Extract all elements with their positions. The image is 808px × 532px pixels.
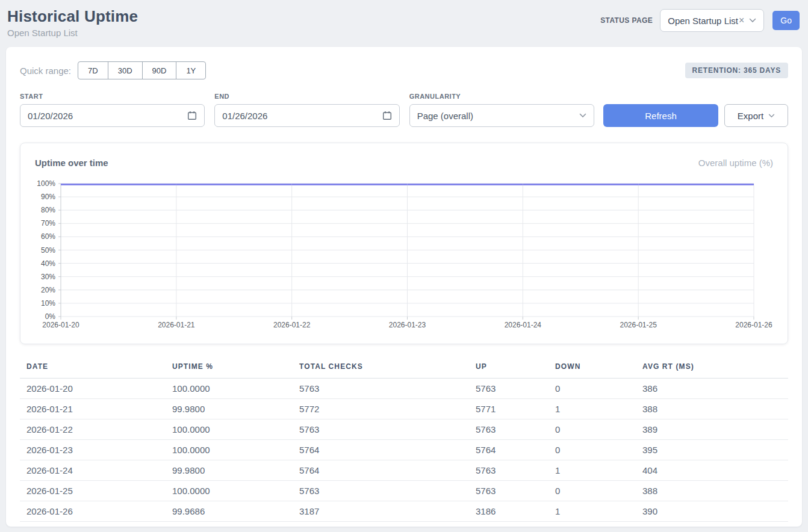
start-date-input[interactable]: 01/20/2026 <box>20 104 205 127</box>
table-cell: 100.0000 <box>166 379 293 399</box>
table-cell: 5764 <box>293 460 469 481</box>
x-tick-label: 2026-01-25 <box>620 321 656 329</box>
table-cell: 2026-01-24 <box>20 460 166 481</box>
end-label: END <box>214 93 399 100</box>
chart-title: Uptime over time <box>35 158 108 168</box>
table-cell: 1 <box>549 501 636 522</box>
y-tick-label: 40% <box>41 259 55 268</box>
table-cell: 99.9686 <box>166 501 293 522</box>
table-row: 2026-01-25100.0000576357630388 <box>20 481 788 501</box>
table-cell: 5763 <box>293 481 469 501</box>
table-cell: 2026-01-21 <box>20 399 166 419</box>
table-row: 2026-01-20100.0000576357630386 <box>20 379 788 399</box>
table-cell: 3186 <box>469 501 549 522</box>
table-cell: 5763 <box>469 379 549 399</box>
table-row: 2026-01-23100.0000576457640395 <box>20 440 788 460</box>
table-cell: 2026-01-25 <box>20 481 166 501</box>
table-cell: 2026-01-26 <box>20 501 166 522</box>
column-header: UPTIME % <box>166 359 293 379</box>
y-tick-label: 90% <box>41 193 55 201</box>
table-row: 2026-01-2199.9800577257711388 <box>20 399 788 419</box>
start-date-value: 01/20/2026 <box>28 111 73 121</box>
y-tick-label: 10% <box>41 299 55 308</box>
table-cell: 388 <box>636 481 788 501</box>
quick-range-90d-button[interactable]: 90D <box>142 61 177 79</box>
table-cell: 5771 <box>469 399 549 419</box>
granularity-select[interactable]: Page (overall) <box>409 104 594 127</box>
column-header: DOWN <box>549 359 636 379</box>
table-cell: 99.9800 <box>166 460 293 481</box>
quick-range-30d-button[interactable]: 30D <box>108 61 143 79</box>
export-button[interactable]: Export <box>724 104 788 127</box>
table-cell: 2026-01-22 <box>20 419 166 440</box>
go-button[interactable]: Go <box>772 11 800 30</box>
calendar-icon[interactable] <box>187 111 197 120</box>
calendar-icon[interactable] <box>382 111 392 120</box>
table-row: 2026-01-2499.9800576457631404 <box>20 460 788 481</box>
table-cell: 390 <box>636 501 788 522</box>
end-date-input[interactable]: 01/26/2026 <box>214 104 399 127</box>
table-cell: 389 <box>636 419 788 440</box>
x-tick-label: 2026-01-22 <box>273 321 310 329</box>
table-cell: 99.9800 <box>166 399 293 419</box>
chart-plot <box>61 184 754 317</box>
table-row: 2026-01-22100.0000576357630389 <box>20 419 788 440</box>
retention-badge: RETENTION: 365 DAYS <box>685 63 788 78</box>
start-label: START <box>20 93 205 100</box>
y-tick-label: 0% <box>45 312 55 321</box>
quick-range-group: 7D30D90D1Y <box>78 61 206 79</box>
x-tick-label: 2026-01-20 <box>42 321 79 329</box>
table-row: 2026-01-2699.9686318731861390 <box>20 501 788 522</box>
filters-row: START 01/20/2026 END 01/26/2026 GRANULAR… <box>20 93 788 127</box>
table-cell: 388 <box>636 399 788 419</box>
x-tick-label: 2026-01-21 <box>158 321 194 329</box>
table-cell: 100.0000 <box>166 419 293 440</box>
table-cell: 0 <box>549 419 636 440</box>
table-cell: 0 <box>549 440 636 460</box>
quick-range-row: Quick range: 7D30D90D1Y RETENTION: 365 D… <box>20 61 788 79</box>
status-page-select[interactable]: Open Startup List × <box>660 9 764 32</box>
table-cell: 5763 <box>293 419 469 440</box>
x-tick-label: 2026-01-23 <box>389 321 426 329</box>
table-cell: 395 <box>636 440 788 460</box>
granularity-value: Page (overall) <box>417 111 473 121</box>
uptime-table: DATEUPTIME %TOTAL CHECKSUPDOWNAVG RT (MS… <box>20 359 788 522</box>
page-title: Historical Uptime <box>7 7 138 26</box>
status-page-value: Open Startup List <box>668 16 738 26</box>
table-body: 2026-01-20100.00005763576303862026-01-21… <box>20 379 788 522</box>
y-tick-label: 100% <box>37 179 55 188</box>
refresh-button[interactable]: Refresh <box>603 104 718 127</box>
table-cell: 5763 <box>469 419 549 440</box>
chart-legend: Overall uptime (%) <box>698 158 773 168</box>
page-subtitle: Open Startup List <box>7 28 138 38</box>
table-cell: 5764 <box>469 440 549 460</box>
x-tick-label: 2026-01-26 <box>735 321 772 329</box>
quick-range-7d-button[interactable]: 7D <box>78 61 108 79</box>
y-tick-label: 80% <box>41 206 55 214</box>
main-panel: Quick range: 7D30D90D1Y RETENTION: 365 D… <box>6 47 802 527</box>
quick-range-1y-button[interactable]: 1Y <box>176 61 206 79</box>
table-cell: 5764 <box>293 440 469 460</box>
table-cell: 386 <box>636 379 788 399</box>
chart-card: Uptime over time Overall uptime (%) 100%… <box>20 143 788 344</box>
x-tick-label: 2026-01-24 <box>505 321 541 329</box>
table-cell: 1 <box>549 460 636 481</box>
start-date-field: START 01/20/2026 <box>20 93 205 127</box>
table-cell: 404 <box>636 460 788 481</box>
end-date-value: 01/26/2026 <box>222 111 267 121</box>
column-header: DATE <box>20 359 166 379</box>
chart-x-axis: 2026-01-202026-01-212026-01-222026-01-23… <box>61 321 754 330</box>
table-cell: 5763 <box>293 379 469 399</box>
y-tick-label: 30% <box>41 273 55 281</box>
clear-icon[interactable]: × <box>739 16 744 25</box>
status-page-label: STATUS PAGE <box>600 16 653 25</box>
granularity-field: GRANULARITY Page (overall) <box>409 93 594 127</box>
table-cell: 0 <box>549 481 636 501</box>
granularity-label: GRANULARITY <box>409 93 594 100</box>
table-cell: 5772 <box>293 399 469 419</box>
table-cell: 1 <box>549 399 636 419</box>
table-cell: 3187 <box>293 501 469 522</box>
y-tick-label: 60% <box>41 232 55 241</box>
end-date-field: END 01/26/2026 <box>214 93 399 127</box>
column-header: AVG RT (MS) <box>636 359 788 379</box>
